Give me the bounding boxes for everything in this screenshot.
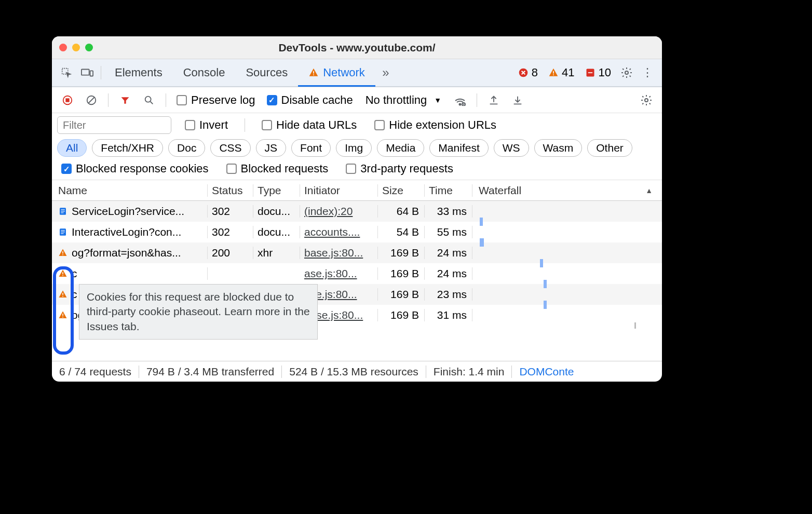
devtools-window: DevTools - www.youtube.com/ Elements Con… <box>52 36 662 382</box>
svg-rect-9 <box>588 72 592 73</box>
table-header: Name Status Type Initiator Size Time Wat… <box>52 180 662 201</box>
error-count[interactable]: 8 <box>513 66 543 79</box>
status-bar: 6 / 74 requests 794 B / 3.4 MB transferr… <box>52 361 662 382</box>
throttling-select[interactable]: No throttling ▼ <box>360 93 446 107</box>
status-finish: Finish: 1.4 min <box>426 366 512 378</box>
table-row[interactable]: InteractiveLogin?con...302docu...account… <box>52 222 662 242</box>
filter-input[interactable] <box>57 116 171 134</box>
more-tabs-icon[interactable]: » <box>375 62 396 83</box>
preserve-log-checkbox[interactable]: Preserve log <box>172 93 260 107</box>
chip-ws[interactable]: WS <box>494 139 529 157</box>
panel-settings-gear-icon[interactable] <box>636 90 657 111</box>
inspect-element-icon[interactable] <box>56 62 77 83</box>
cookie-blocked-tooltip: Cookies for this request are blocked due… <box>79 284 318 340</box>
download-har-icon[interactable] <box>507 90 528 111</box>
request-size: 169 B <box>378 247 425 259</box>
svg-rect-27 <box>61 233 63 234</box>
svg-point-10 <box>625 71 628 74</box>
col-header-size[interactable]: Size <box>378 184 425 197</box>
status-resources: 524 B / 15.3 MB resources <box>282 366 426 378</box>
svg-rect-31 <box>62 275 63 276</box>
invert-checkbox[interactable]: Invert <box>181 118 232 132</box>
request-status: 200 <box>208 247 253 259</box>
chip-fetch-xhr[interactable]: Fetch/XHR <box>92 139 163 157</box>
chip-css[interactable]: CSS <box>210 139 250 157</box>
svg-rect-26 <box>61 232 65 232</box>
request-status: 302 <box>208 226 253 238</box>
svg-rect-30 <box>62 272 63 275</box>
col-header-initiator[interactable]: Initiator <box>300 184 378 197</box>
svg-rect-25 <box>61 230 65 231</box>
svg-rect-2 <box>90 71 93 76</box>
chip-all[interactable]: All <box>57 139 87 157</box>
checkbox-icon <box>177 95 187 105</box>
status-transferred: 794 B / 3.4 MB transferred <box>139 366 282 378</box>
request-size: 169 B <box>378 288 425 301</box>
col-header-waterfall[interactable]: Waterfall ▲ <box>472 184 662 197</box>
status-domcontent[interactable]: DOMConte <box>512 366 581 378</box>
request-size: 54 B <box>378 226 425 238</box>
col-header-time[interactable]: Time <box>425 184 472 197</box>
document-icon <box>58 207 67 216</box>
tab-console[interactable]: Console <box>173 59 236 86</box>
close-window-button[interactable] <box>59 44 67 51</box>
svg-point-19 <box>645 99 648 102</box>
svg-point-15 <box>145 96 151 102</box>
hide-data-urls-checkbox[interactable]: Hide data URLs <box>258 118 361 132</box>
col-header-type[interactable]: Type <box>253 184 300 197</box>
disable-cache-checkbox[interactable]: Disable cache <box>263 93 357 107</box>
chip-manifest[interactable]: Manifest <box>429 139 488 157</box>
svg-rect-1 <box>82 70 89 75</box>
maximize-window-button[interactable] <box>85 44 93 51</box>
chevron-down-icon: ▼ <box>434 96 441 104</box>
request-type: xhr <box>253 247 300 259</box>
issues-count[interactable]: 10 <box>580 66 616 79</box>
clear-icon[interactable] <box>81 90 102 111</box>
table-row[interactable]: og?format=json&has...200xhrbase.js:80...… <box>52 242 662 263</box>
table-row[interactable]: ServiceLogin?service...302docu...(index)… <box>52 201 662 222</box>
request-size: 169 B <box>378 267 425 280</box>
chip-js[interactable]: JS <box>256 139 287 157</box>
request-time: 24 ms <box>425 267 472 280</box>
chip-wasm[interactable]: Wasm <box>534 139 583 157</box>
chip-doc[interactable]: Doc <box>168 139 205 157</box>
upload-har-icon[interactable] <box>483 90 504 111</box>
hide-extension-urls-checkbox[interactable]: Hide extension URLs <box>370 118 500 132</box>
request-initiator[interactable]: base.js:80... <box>300 247 378 259</box>
tab-sources[interactable]: Sources <box>235 59 298 86</box>
minimize-window-button[interactable] <box>72 44 80 51</box>
record-icon[interactable] <box>57 90 78 111</box>
svg-point-17 <box>459 103 461 105</box>
request-initiator[interactable]: (index):20 <box>300 205 378 218</box>
svg-rect-3 <box>313 71 314 73</box>
request-initiator[interactable]: ase.js:80... <box>300 267 378 280</box>
request-initiator[interactable]: accounts.... <box>300 226 378 238</box>
status-requests: 6 / 74 requests <box>59 366 139 378</box>
tab-elements[interactable]: Elements <box>104 59 173 86</box>
chip-media[interactable]: Media <box>377 139 424 157</box>
request-name: c <box>72 267 77 280</box>
network-conditions-icon[interactable] <box>450 90 470 111</box>
warning-triangle-icon <box>58 290 67 299</box>
more-menu-icon[interactable]: ⋮ <box>637 62 658 83</box>
warning-triangle-icon <box>58 248 67 258</box>
tab-network[interactable]: Network <box>298 60 375 87</box>
request-status: 302 <box>208 205 253 218</box>
settings-gear-icon[interactable] <box>616 62 637 83</box>
request-time: 23 ms <box>425 288 472 301</box>
col-header-status[interactable]: Status <box>208 184 253 197</box>
blocked-cookies-checkbox[interactable]: Blocked response cookies <box>57 162 213 175</box>
warning-triangle-icon <box>308 67 319 78</box>
blocked-requests-checkbox[interactable]: Blocked requests <box>222 162 333 175</box>
chip-img[interactable]: Img <box>336 139 372 157</box>
device-toggle-icon[interactable] <box>77 62 98 83</box>
search-icon[interactable] <box>139 90 159 111</box>
warning-count[interactable]: 41 <box>543 66 579 79</box>
col-header-name[interactable]: Name <box>52 184 208 197</box>
third-party-checkbox[interactable]: 3rd-party requests <box>342 162 457 175</box>
chip-other[interactable]: Other <box>587 139 632 157</box>
svg-rect-21 <box>61 209 65 210</box>
filter-icon[interactable] <box>115 90 136 111</box>
chip-font[interactable]: Font <box>291 139 331 157</box>
table-row[interactable]: case.js:80...169 B24 ms <box>52 263 662 284</box>
